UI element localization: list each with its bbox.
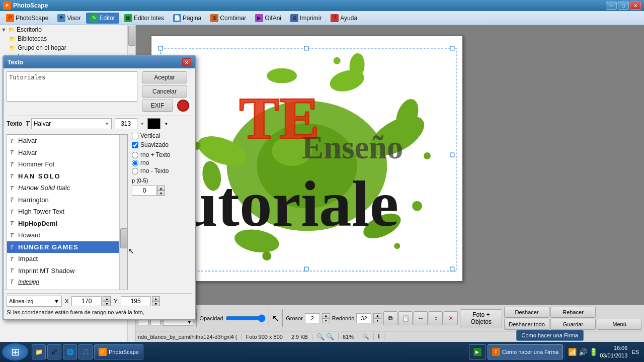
font-item-hightower[interactable]: T High Tower Text — [7, 206, 119, 218]
minimize-button[interactable]: ─ — [606, 2, 617, 10]
y-down-arrow[interactable]: ▼ — [152, 301, 160, 306]
suavizado-checkbox[interactable] — [132, 142, 138, 148]
coord-row: Alinea-izq ▼ X ▲ ▼ Y — [7, 296, 192, 307]
font-size-input[interactable] — [115, 118, 137, 129]
vertical-checkbox[interactable] — [132, 133, 138, 139]
record-button[interactable] — [177, 100, 189, 112]
shadow-radio-1[interactable] — [132, 152, 138, 158]
status-filesize: 2.9 KB — [291, 334, 312, 340]
font-list-scrollbar-thumb[interactable] — [120, 228, 127, 248]
zoom-out-icon[interactable]: 🔍 — [326, 333, 334, 340]
menu-photoscape[interactable]: P PhotoScape — [2, 13, 52, 24]
step-down-arrow[interactable]: ▼ — [157, 191, 165, 196]
x-coord-input[interactable] — [71, 296, 102, 306]
font-item-imprint[interactable]: T Imprint MT Shadow — [7, 265, 119, 277]
grosor-down[interactable]: ▼ — [322, 318, 330, 323]
align-dropdown[interactable]: Alinea-izq ▼ — [7, 296, 62, 307]
font-item-impact[interactable]: T Impact — [7, 253, 119, 265]
shadow-label-2: rno — [140, 159, 149, 166]
color-picker[interactable] — [147, 118, 160, 129]
menu-gifani[interactable]: ▶ GifAni — [251, 13, 285, 24]
y-coord-input[interactable] — [121, 296, 151, 306]
font-item-informal[interactable]: T Informal Roman — [7, 287, 119, 290]
tree-item-bibliotecas[interactable]: 📁 Bibliotecas — [0, 34, 135, 43]
taskbar-item-2[interactable]: ▶ — [469, 344, 486, 359]
flip-h-tool[interactable]: ↔ — [414, 311, 428, 325]
taskbar-item-photoscape[interactable]: P PhotoScape — [94, 344, 143, 359]
step-up-arrow[interactable]: ▲ — [157, 186, 165, 191]
text-input[interactable]: Tutoriales — [7, 71, 137, 102]
font-item-indesign[interactable]: T Indesign — [7, 277, 119, 287]
font-item-hiphop[interactable]: T HipHopDemi — [7, 218, 119, 230]
copy-tool[interactable]: ⧉ — [383, 311, 397, 325]
cursor-tool[interactable]: ↖ — [272, 313, 279, 324]
grosor-input[interactable] — [305, 313, 320, 323]
font-item-halvar1[interactable]: T Halvar — [7, 135, 119, 147]
taskbar-explorer[interactable]: 🖊 — [47, 344, 61, 359]
font-t-icon: T — [10, 172, 16, 180]
font-item-halvar2[interactable]: T Halvar — [7, 147, 119, 159]
menu-gifani-label: GifAni — [265, 15, 281, 22]
font-item-harlow[interactable]: T Harlow Solid Italic — [7, 182, 119, 194]
start-button[interactable]: ⊞ — [2, 343, 28, 360]
y-up-arrow[interactable]: ▲ — [152, 296, 160, 301]
font-dropdown[interactable]: Halvar ▼ — [31, 118, 112, 129]
menu-combinar-label: Combinar — [220, 15, 246, 22]
menu-button[interactable]: Menú — [597, 319, 642, 330]
canvas-content[interactable]: TE TE Enseño Tutoriale — [151, 36, 462, 281]
zoom-in-icon[interactable]: 🔍 — [316, 333, 325, 340]
redondo-down[interactable]: ▼ — [373, 318, 381, 323]
font-t-icon: T — [10, 196, 16, 204]
close-button[interactable]: ✕ — [630, 2, 641, 10]
exif-button[interactable]: EXIF — [142, 100, 173, 112]
menu-combinar[interactable]: ⊞ Combinar — [206, 13, 250, 24]
x-down-arrow[interactable]: ▼ — [103, 301, 111, 306]
tree-scrollbar-thumb[interactable] — [128, 26, 135, 46]
deshacer-todo-button[interactable]: Deshacer todo — [504, 319, 549, 330]
menu-pagina[interactable]: 📄 Página — [169, 13, 205, 24]
tree-item-escritorio[interactable]: ▼ 📁 Escritorio — [0, 25, 135, 34]
shadow-radio-2[interactable] — [132, 160, 138, 166]
maximize-button[interactable]: □ — [618, 2, 629, 10]
grosor-up[interactable]: ▲ — [322, 313, 330, 318]
cancelar-button[interactable]: Cancelar — [142, 85, 187, 98]
deshacer-button[interactable]: Deshacer — [504, 307, 549, 318]
font-item-harrington[interactable]: T Harrington — [7, 194, 119, 206]
visor-icon: 👁 — [57, 14, 65, 22]
font-item-howard[interactable]: T Howard — [7, 229, 119, 241]
shadow-row-3: rno - Texto — [132, 167, 192, 174]
paste-tool[interactable]: 📋 — [398, 311, 413, 325]
taskbar-item-firma[interactable]: F Como hacer una Firma — [488, 344, 564, 359]
x-up-arrow[interactable]: ▲ — [103, 296, 111, 301]
taskbar-media[interactable]: 🎵 — [78, 344, 93, 359]
font-list-scrollbar[interactable] — [119, 135, 127, 290]
redondo-up[interactable]: ▲ — [373, 313, 381, 318]
status-zoom-minus[interactable]: 🔍 — [362, 333, 374, 340]
status-info[interactable]: ℹ — [378, 333, 384, 340]
text-dialog: Texto × Tutoriales Aceptar Cancelar EXIF… — [3, 55, 196, 320]
font-item-hansolo[interactable]: T HAN SOLO — [7, 170, 119, 183]
menu-editor[interactable]: ✎ Editor — [86, 13, 119, 24]
font-item-hungergames[interactable]: T HUNGER GAMES — [7, 241, 119, 253]
dialog-close-button[interactable]: × — [182, 58, 191, 66]
menu-imprimir[interactable]: 🖨 Imprimir — [286, 13, 326, 24]
menu-ayuda[interactable]: ? Ayuda — [327, 13, 361, 24]
flip-v-tool[interactable]: ↕ — [429, 311, 443, 325]
suavizado-label: Suavizado — [140, 141, 169, 148]
menu-editor-lotes[interactable]: ▦ Editor lotes — [120, 13, 168, 24]
shadow-radio-3[interactable] — [132, 168, 138, 174]
opacity-slider[interactable] — [225, 314, 266, 322]
menu-visor[interactable]: 👁 Visor — [53, 13, 85, 24]
redondo-input[interactable] — [356, 313, 371, 323]
step-input[interactable] — [132, 186, 157, 196]
rehacer-button[interactable]: Rehacer — [550, 307, 596, 318]
tree-item-grupo[interactable]: 📁 Grupo en el hogar — [0, 43, 135, 52]
guardar-button[interactable]: Guardar — [550, 319, 596, 330]
foto-objetos-button[interactable]: Foto + Objetos — [460, 309, 502, 327]
delete-tool[interactable]: ✕ — [444, 311, 458, 325]
aceptar-button[interactable]: Aceptar — [142, 71, 187, 83]
taskbar-browser[interactable]: 🌐 — [63, 344, 77, 359]
font-item-label: Indesign — [18, 278, 39, 286]
taskbar-show-desktop[interactable]: 📁 — [32, 344, 46, 359]
font-item-hommer[interactable]: T Hommer Fot — [7, 158, 119, 170]
